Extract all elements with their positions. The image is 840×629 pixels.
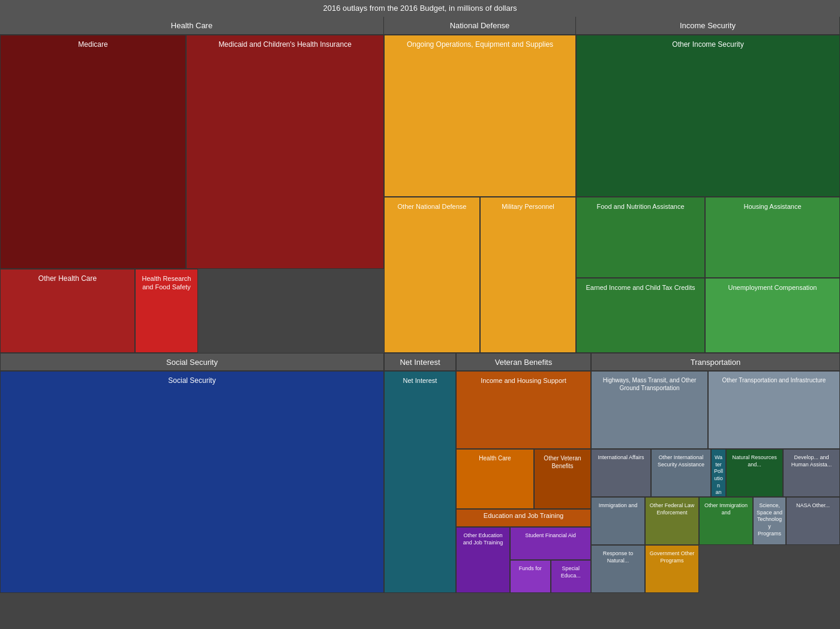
funds-cell[interactable]: Funds for xyxy=(510,560,551,593)
other-intl-cell[interactable]: Other International Security Assistance xyxy=(651,449,711,497)
hc-bottom: Other Health Care Health Research and Fo… xyxy=(0,269,384,353)
other-nat-defense-cell[interactable]: Other National Defense xyxy=(384,197,480,353)
ongoing-ops-cell[interactable]: Ongoing Operations, Equipment and Suppli… xyxy=(384,35,576,197)
earned-income-cell[interactable]: Earned Income and Child Tax Credits xyxy=(576,278,705,353)
vb-header: Veteran Benefits xyxy=(456,353,591,371)
unemployment-cell[interactable]: Unemployment Compensation xyxy=(705,278,840,353)
medicaid-cell[interactable]: Medicaid and Children's Health Insurance xyxy=(186,35,384,269)
medicare-cell[interactable]: Medicare xyxy=(0,35,186,269)
trans-top: Highways, Mass Transit, and Other Ground… xyxy=(591,371,840,449)
edu-right: Student Financial Aid Funds for Special … xyxy=(510,527,591,593)
hc-top: Medicare Medicaid and Children's Health … xyxy=(0,35,384,269)
edu-job-sub: Other Education and Job Training Student… xyxy=(456,527,591,593)
is-left: Food and Nutrition Assistance Earned Inc… xyxy=(576,197,705,353)
health-research-cell[interactable]: Health Research and Food Safety xyxy=(135,269,198,353)
header-income-security: Income Security xyxy=(576,17,840,35)
small-cells-grid: International Affairs Other Internationa… xyxy=(591,449,840,593)
header-national-defense: National Defense xyxy=(384,17,576,35)
bottom-section: Social Security Net Interest Income and … xyxy=(0,371,840,593)
other-vet-cell[interactable]: Other Veteran Benefits xyxy=(534,449,591,509)
is-right: Housing Assistance Unemployment Compensa… xyxy=(705,197,840,353)
ni-header: Net Interest xyxy=(384,353,456,371)
chart-wrapper: 2016 outlays from the 2016 Budget, in mi… xyxy=(0,0,840,593)
intl-affairs-cell[interactable]: International Affairs xyxy=(591,449,651,497)
housing-assistance-cell[interactable]: Housing Assistance xyxy=(705,197,840,278)
vet-health-care-cell[interactable]: Health Care xyxy=(456,449,534,509)
other-immig-cell[interactable]: Other Immigration and xyxy=(699,497,753,545)
net-interest-cell[interactable]: Net Interest xyxy=(384,371,456,593)
water-pollution-cell[interactable]: Water Pollution and Control Environment … xyxy=(711,449,726,497)
ss-header: Social Security xyxy=(0,353,384,371)
natural-resources-cell[interactable]: Natural Resources and... xyxy=(726,449,783,497)
ss-header-row: Social Security Net Interest Veteran Ben… xyxy=(0,353,840,371)
other-education-cell[interactable]: Other Education and Job Training xyxy=(456,527,510,593)
student-financial-cell[interactable]: Student Financial Aid xyxy=(510,527,591,560)
highways-cell[interactable]: Highways, Mass Transit, and Other Ground… xyxy=(591,371,708,449)
govt-programs-cell[interactable]: Government Other Programs xyxy=(645,545,699,593)
header-health-care: Health Care xyxy=(0,17,384,35)
nasa-cell[interactable]: NASA Other... xyxy=(786,497,840,545)
is-bottom: Food and Nutrition Assistance Earned Inc… xyxy=(576,197,840,353)
health-care-section: Medicare Medicaid and Children's Health … xyxy=(0,35,384,353)
top-section: Medicare Medicaid and Children's Health … xyxy=(0,35,840,353)
immigration-cell[interactable]: Immigration and xyxy=(591,497,645,545)
nd-bottom: Other National Defense Military Personne… xyxy=(384,197,576,353)
social-security-cell[interactable]: Social Security xyxy=(0,371,384,593)
military-personnel-cell[interactable]: Military Personnel xyxy=(480,197,576,353)
vet-row2: Health Care Other Veteran Benefits xyxy=(456,449,591,509)
other-transport-cell[interactable]: Other Transportation and Infrastructure xyxy=(708,371,840,449)
other-income-security-cell[interactable]: Other Income Security xyxy=(576,35,840,197)
develop-human-cell[interactable]: Develop... and Human Assista... xyxy=(783,449,840,497)
response-natural-cell[interactable]: Response to Natural... xyxy=(591,545,645,593)
trans-header: Transportation xyxy=(591,353,840,371)
science-space-cell[interactable]: Science, Space and Technology Programs xyxy=(753,497,786,545)
food-nutrition-cell[interactable]: Food and Nutrition Assistance xyxy=(576,197,705,278)
nat-defense-section: Ongoing Operations, Equipment and Suppli… xyxy=(384,35,576,353)
edu-job-header: Education and Job Training xyxy=(456,509,591,527)
edu-small: Funds for Special Educa... xyxy=(510,560,591,593)
vet-benefits-section: Income and Housing Support Health Care O… xyxy=(456,371,591,593)
category-headers: Health Care National Defense Income Secu… xyxy=(0,17,840,35)
income-sec-section: Other Income Security Food and Nutrition… xyxy=(576,35,840,353)
chart-title: 2016 outlays from the 2016 Budget, in mi… xyxy=(0,0,840,17)
special-educa-cell[interactable]: Special Educa... xyxy=(551,560,592,593)
transport-section: Highways, Mass Transit, and Other Ground… xyxy=(591,371,840,593)
other-fed-law-cell[interactable]: Other Federal Law Enforcement xyxy=(645,497,699,545)
income-housing-cell[interactable]: Income and Housing Support xyxy=(456,371,591,449)
other-health-care-cell[interactable]: Other Health Care xyxy=(0,269,135,353)
